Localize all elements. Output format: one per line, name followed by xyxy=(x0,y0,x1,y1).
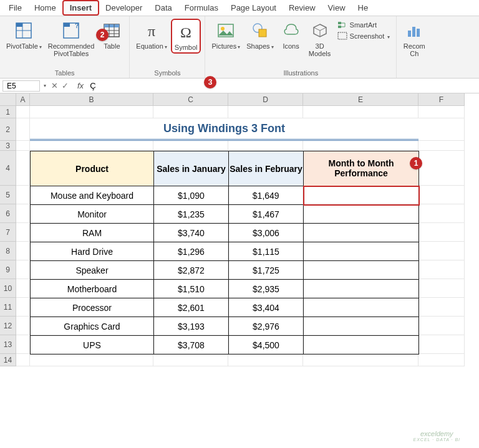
row-header-1[interactable]: 1 xyxy=(0,106,16,118)
shapes-button[interactable]: Shapes▾ xyxy=(244,19,276,52)
col-header-D[interactable]: D xyxy=(228,93,303,106)
menu-he[interactable]: He xyxy=(352,1,375,14)
product-cell[interactable]: Hard Drive xyxy=(31,242,154,261)
cell-A2[interactable] xyxy=(16,118,30,141)
jan-cell[interactable]: $3,740 xyxy=(154,224,229,242)
product-cell[interactable]: Speaker xyxy=(31,261,154,280)
cell-C14[interactable] xyxy=(153,354,228,366)
row-header-9[interactable]: 9 xyxy=(0,260,16,279)
pivottable-button[interactable]: PivotTable▾ xyxy=(4,19,44,52)
cell-C1[interactable] xyxy=(153,106,228,118)
menu-home[interactable]: Home xyxy=(28,1,62,14)
product-header[interactable]: Product xyxy=(31,151,154,186)
formula-input[interactable] xyxy=(87,80,479,92)
cell-E1[interactable] xyxy=(303,106,419,118)
perf-cell[interactable] xyxy=(304,280,419,298)
jan-cell[interactable]: $3,708 xyxy=(154,336,229,355)
name-box[interactable]: E5 xyxy=(2,80,40,92)
product-cell[interactable]: UPS xyxy=(31,336,154,355)
product-cell[interactable]: Mouse and Keyboard xyxy=(31,186,154,205)
cell-F9[interactable] xyxy=(419,260,465,279)
cell-B14[interactable] xyxy=(30,354,153,366)
pictures-button[interactable]: Pictures▾ xyxy=(209,19,243,52)
row-header-10[interactable]: 10 xyxy=(0,279,16,298)
cell-A1[interactable] xyxy=(16,106,30,118)
fx-label[interactable]: fx xyxy=(74,81,87,90)
feb-cell[interactable]: $2,935 xyxy=(229,280,304,298)
row-header-4[interactable]: 4 xyxy=(0,151,16,186)
row-header-8[interactable]: 8 xyxy=(0,242,16,260)
cell-F10[interactable] xyxy=(419,279,465,298)
cell-A9[interactable] xyxy=(16,260,30,279)
cell-F1[interactable] xyxy=(419,106,465,118)
cell-F3[interactable] xyxy=(419,141,465,151)
row-header-2[interactable]: 2 xyxy=(0,118,16,141)
perf-header[interactable]: Month to Month Performance xyxy=(304,151,419,186)
cell-A8[interactable] xyxy=(16,242,30,260)
jan-cell[interactable]: $2,601 xyxy=(154,298,229,317)
perf-cell[interactable] xyxy=(304,205,419,224)
jan-cell[interactable]: $3,193 xyxy=(154,317,229,336)
cancel-formula-icon[interactable]: ✕ xyxy=(51,81,58,90)
cell-B1[interactable] xyxy=(30,106,153,118)
perf-cell[interactable] xyxy=(304,336,419,355)
cell-A12[interactable] xyxy=(16,317,30,335)
cell-F5[interactable] xyxy=(419,186,465,204)
3d-models-button[interactable]: 3D Models xyxy=(306,19,334,59)
cell-A6[interactable] xyxy=(16,204,30,223)
cell-B3[interactable] xyxy=(30,141,153,151)
jan-header[interactable]: Sales in January xyxy=(154,151,229,186)
cell-F6[interactable] xyxy=(419,204,465,223)
cell-F14[interactable] xyxy=(419,354,465,366)
screenshot-button[interactable]: Screenshot ▾ xyxy=(337,31,390,41)
menu-developer[interactable]: Developer xyxy=(99,1,148,14)
cell-A10[interactable] xyxy=(16,279,30,298)
row-header-13[interactable]: 13 xyxy=(0,335,16,354)
feb-cell[interactable]: $1,725 xyxy=(229,261,304,280)
cell-A3[interactable] xyxy=(16,141,30,151)
feb-cell[interactable]: $3,404 xyxy=(229,298,304,317)
cell-F13[interactable] xyxy=(419,335,465,354)
recommended-pivottables-button[interactable]: ? Recommended PivotTables xyxy=(46,19,97,59)
cell-F7[interactable] xyxy=(419,223,465,242)
symbol-button[interactable]: Ω Symbol xyxy=(171,19,201,54)
perf-cell[interactable] xyxy=(304,261,419,280)
smartart-button[interactable]: SmartArt xyxy=(337,20,390,30)
cell-A5[interactable] xyxy=(16,186,30,204)
cell-A11[interactable] xyxy=(16,298,30,317)
product-cell[interactable]: RAM xyxy=(31,224,154,242)
perf-cell[interactable] xyxy=(304,224,419,242)
cell-D14[interactable] xyxy=(228,354,303,366)
row-header-12[interactable]: 12 xyxy=(0,317,16,335)
cell-E3[interactable] xyxy=(303,141,419,151)
menu-insert[interactable]: Insert xyxy=(62,0,99,16)
perf-cell[interactable] xyxy=(304,242,419,261)
feb-header[interactable]: Sales in February xyxy=(229,151,304,186)
jan-cell[interactable]: $1,090 xyxy=(154,186,229,205)
cell-A13[interactable] xyxy=(16,335,30,354)
row-header-3[interactable]: 3 xyxy=(0,141,16,151)
perf-cell[interactable] xyxy=(304,186,419,205)
select-all-corner[interactable] xyxy=(0,93,16,106)
menu-view[interactable]: View xyxy=(322,1,352,14)
perf-cell[interactable] xyxy=(304,298,419,317)
cell-C3[interactable] xyxy=(153,141,228,151)
row-header-7[interactable]: 7 xyxy=(0,223,16,242)
feb-cell[interactable]: $1,467 xyxy=(229,205,304,224)
feb-cell[interactable]: $3,006 xyxy=(229,224,304,242)
jan-cell[interactable]: $1,510 xyxy=(154,280,229,298)
cell-F11[interactable] xyxy=(419,298,465,317)
product-cell[interactable]: Monitor xyxy=(31,205,154,224)
icons-button[interactable]: Icons xyxy=(278,19,305,51)
cell-F4[interactable] xyxy=(419,151,465,186)
col-header-C[interactable]: C xyxy=(153,93,228,106)
cell-F2[interactable] xyxy=(419,118,465,141)
menu-formulas[interactable]: Formulas xyxy=(178,1,225,14)
menu-page layout[interactable]: Page Layout xyxy=(225,1,283,14)
feb-cell[interactable]: $1,649 xyxy=(229,186,304,205)
menu-review[interactable]: Review xyxy=(283,1,322,14)
row-header-5[interactable]: 5 xyxy=(0,186,16,204)
cell-F12[interactable] xyxy=(419,317,465,335)
menu-data[interactable]: Data xyxy=(148,1,178,14)
cell-D3[interactable] xyxy=(228,141,303,151)
